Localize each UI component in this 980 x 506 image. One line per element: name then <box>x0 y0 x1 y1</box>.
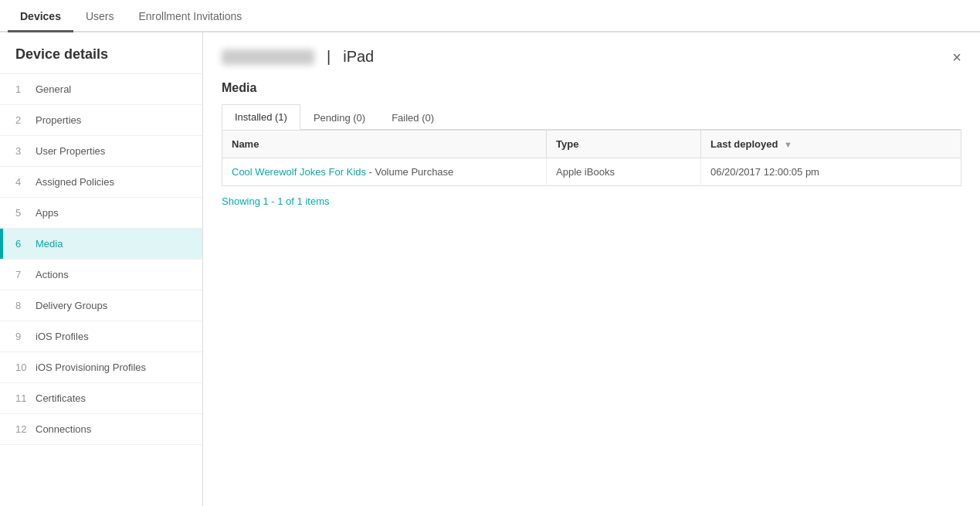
sidebar-item-properties[interactable]: 2 Properties <box>0 105 202 136</box>
sidebar-item-label: User Properties <box>36 145 105 157</box>
sidebar-item-label: iOS Profiles <box>36 331 89 342</box>
sidebar-item-label: Properties <box>36 114 81 126</box>
pagination-range: 1 - 1 <box>263 195 283 207</box>
device-name-blurred <box>222 49 314 65</box>
sidebar-item-label: Connections <box>36 423 91 435</box>
sidebar-item-delivery-groups[interactable]: 8 Delivery Groups <box>0 290 202 321</box>
pagination-showing-label: Showing <box>222 195 263 207</box>
pagination-items-label: items <box>303 195 330 207</box>
sidebar-item-label: Media <box>36 238 63 250</box>
tab-installed[interactable]: Installed (1) <box>222 104 300 130</box>
pagination-total: 1 <box>297 195 303 207</box>
table-cell-type: Apple iBooks <box>547 158 701 186</box>
device-model: iPad <box>343 48 374 66</box>
tab-devices[interactable]: Devices <box>8 2 73 32</box>
tab-users[interactable]: Users <box>73 2 127 32</box>
sidebar-item-label: Certificates <box>36 392 86 404</box>
pagination-info: Showing 1 - 1 of 1 items <box>222 195 961 207</box>
sidebar-item-number: 2 <box>15 114 29 126</box>
sidebar-item-label: Actions <box>36 269 69 280</box>
sidebar-item-number: 6 <box>15 238 29 250</box>
close-button[interactable]: × <box>952 49 961 65</box>
tab-pending[interactable]: Pending (0) <box>300 104 378 130</box>
sidebar-item-general[interactable]: 1 General <box>0 74 202 105</box>
sidebar-item-label: Delivery Groups <box>36 300 107 311</box>
col-header-name: Name <box>222 131 547 158</box>
device-separator: | <box>327 48 331 66</box>
sidebar-item-label: iOS Provisioning Profiles <box>36 362 146 373</box>
media-table: Name Type Last deployed ▼ Cool Werewolf … <box>222 130 961 186</box>
device-header: | iPad × <box>222 48 961 66</box>
section-title: Media <box>222 81 961 95</box>
sidebar-item-label: Apps <box>36 207 59 219</box>
sidebar-item-number: 10 <box>15 362 29 373</box>
sidebar-item-number: 1 <box>15 83 29 95</box>
sidebar-item-number: 5 <box>15 207 29 219</box>
tab-failed[interactable]: Failed (0) <box>378 104 447 130</box>
sidebar-item-number: 4 <box>15 176 29 188</box>
sidebar-item-ios-provisioning[interactable]: 10 iOS Provisioning Profiles <box>0 352 202 383</box>
col-header-type: Type <box>547 131 701 158</box>
table-row: Cool Werewolf Jokes For Kids - Volume Pu… <box>222 158 961 186</box>
sidebar: Device details 1 General 2 Properties 3 … <box>0 32 203 506</box>
main-layout: Device details 1 General 2 Properties 3 … <box>0 32 980 506</box>
sidebar-item-label: General <box>36 83 71 95</box>
sidebar-item-number: 8 <box>15 300 29 311</box>
sidebar-item-label: Assigned Policies <box>36 176 114 188</box>
sidebar-item-media[interactable]: 6 Media <box>0 229 202 260</box>
sort-icon[interactable]: ▼ <box>784 140 792 149</box>
media-tabs: Installed (1) Pending (0) Failed (0) <box>222 104 961 130</box>
sidebar-item-user-properties[interactable]: 3 User Properties <box>0 136 202 167</box>
top-navigation: Devices Users Enrollment Invitations <box>0 0 980 32</box>
device-title: | iPad <box>222 48 374 66</box>
sidebar-item-number: 7 <box>15 269 29 280</box>
sidebar-item-ios-profiles[interactable]: 9 iOS Profiles <box>0 321 202 352</box>
sidebar-item-number: 11 <box>15 392 29 404</box>
pagination-of-label: of <box>283 195 297 207</box>
table-cell-last-deployed: 06/20/2017 12:00:05 pm <box>701 158 961 186</box>
table-cell-name: Cool Werewolf Jokes For Kids - Volume Pu… <box>222 158 547 186</box>
sidebar-item-apps[interactable]: 5 Apps <box>0 198 202 229</box>
sidebar-item-number: 3 <box>15 145 29 157</box>
media-name-suffix: - Volume Purchase <box>366 166 453 178</box>
content-area: | iPad × Media Installed (1) Pending (0)… <box>203 32 980 506</box>
tab-enrollment-invitations[interactable]: Enrollment Invitations <box>127 2 255 32</box>
sidebar-item-assigned-policies[interactable]: 4 Assigned Policies <box>0 167 202 198</box>
media-name-link[interactable]: Cool Werewolf Jokes For Kids <box>232 166 366 178</box>
sidebar-title: Device details <box>0 32 202 74</box>
sidebar-item-connections[interactable]: 12 Connections <box>0 414 202 445</box>
sidebar-item-actions[interactable]: 7 Actions <box>0 260 202 290</box>
sidebar-item-number: 9 <box>15 331 29 342</box>
sidebar-item-number: 12 <box>15 423 29 435</box>
col-header-last-deployed: Last deployed ▼ <box>701 131 961 158</box>
sidebar-item-certificates[interactable]: 11 Certificates <box>0 383 202 414</box>
